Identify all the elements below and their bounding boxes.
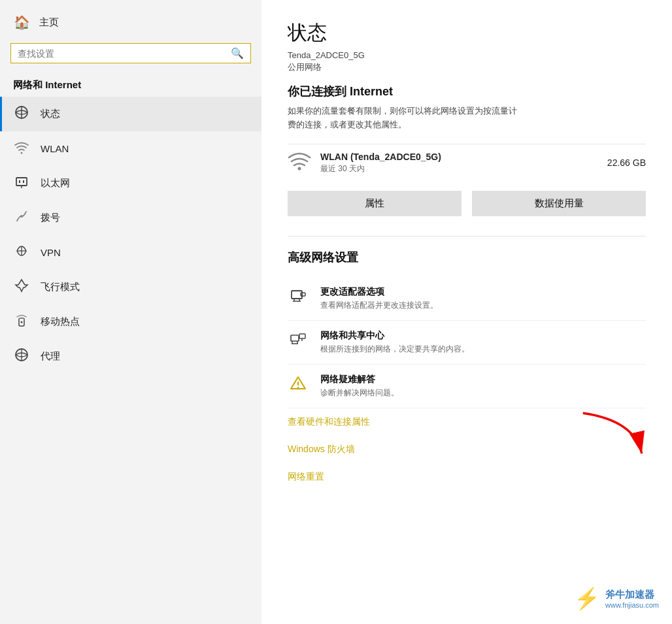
page-title: 状态: [288, 20, 646, 46]
status-icon: [13, 105, 30, 123]
sharing-icon-area: [288, 330, 309, 350]
sidebar-item-ethernet[interactable]: 以太网: [0, 166, 261, 201]
sidebar-item-label-vpn: VPN: [41, 247, 61, 258]
btn-row: 属性 数据使用量: [288, 191, 646, 216]
firewall-link[interactable]: Windows 防火墙: [288, 436, 646, 463]
svg-point-14: [298, 167, 301, 170]
search-box: 🔍: [10, 43, 251, 63]
properties-button[interactable]: 属性: [288, 191, 462, 216]
connected-title: 你已连接到 Internet: [288, 84, 646, 99]
hotspot-icon: [13, 313, 30, 331]
links-section: 查看硬件和连接属性 Windows 防火墙 网络重置: [288, 408, 646, 491]
svg-rect-4: [19, 180, 20, 183]
divider: [288, 236, 646, 237]
main-content: 状态 Tenda_2ADCE0_5G 公用网络 你已连接到 Internet 如…: [261, 0, 672, 624]
network-type: 公用网络: [288, 61, 646, 73]
sharing-title: 网络和共享中心: [320, 330, 469, 342]
sidebar: 🏠 主页 🔍 网络和 Internet 状态 WLAN 以太网 拨号 VPN 飞…: [0, 0, 261, 624]
setting-item-adapter[interactable]: 更改适配器选项 查看网络适配器并更改连接设置。: [288, 277, 646, 321]
svg-rect-21: [291, 335, 299, 341]
setting-item-sharing[interactable]: 网络和共享中心 根据所连接到的网络，决定要共享的内容。: [288, 321, 646, 365]
vpn-icon: [13, 244, 30, 261]
airplane-icon: [13, 278, 30, 296]
settings-list: 更改适配器选项 查看网络适配器并更改连接设置。 网络和共享中心 根据所连接到的网…: [288, 277, 646, 408]
sidebar-item-vpn[interactable]: VPN: [0, 235, 261, 270]
watermark: ⚡ 斧牛加速器 www.fnjiasu.com: [574, 586, 659, 611]
sidebar-item-label-hotspot: 移动热点: [41, 316, 80, 328]
svg-point-2: [21, 152, 23, 154]
network-name: Tenda_2ADCE0_5G: [288, 50, 646, 60]
svg-point-29: [297, 386, 299, 387]
sidebar-item-hotspot[interactable]: 移动热点: [0, 304, 261, 339]
wlan-data: 22.66 GB: [607, 157, 646, 168]
wlan-info: WLAN (Tenda_2ADCE0_5G) 最近 30 天内: [320, 152, 607, 174]
nav-items: 状态 WLAN 以太网 拨号 VPN 飞行模式 移动热点 代理: [0, 97, 261, 374]
svg-rect-3: [16, 178, 27, 186]
sidebar-item-airplane[interactable]: 飞行模式: [0, 270, 261, 304]
connected-desc: 如果你的流量套餐有限制，则你可以将此网络设置为按流量计费的连接，或者更改其他属性…: [288, 105, 646, 132]
sidebar-home-item[interactable]: 🏠 主页: [0, 7, 261, 38]
troubleshoot-title: 网络疑难解答: [320, 374, 399, 386]
data-usage-button[interactable]: 数据使用量: [472, 191, 646, 216]
search-icon: 🔍: [231, 47, 244, 59]
sidebar-item-status[interactable]: 状态: [0, 97, 261, 131]
sidebar-item-label-wlan: WLAN: [41, 143, 69, 154]
advanced-section-title: 高级网络设置: [288, 250, 646, 265]
ethernet-icon: [13, 174, 30, 192]
watermark-logo-icon: ⚡: [574, 586, 600, 611]
sidebar-home-label: 主页: [39, 16, 59, 29]
sidebar-item-label-airplane: 飞行模式: [41, 281, 80, 293]
watermark-name: 斧牛加速器: [605, 589, 659, 601]
troubleshoot-icon-area: [288, 374, 309, 394]
wlan-icon: [13, 140, 30, 157]
wlan-days: 最近 30 天内: [320, 163, 607, 174]
svg-rect-5: [23, 180, 24, 183]
network-reset-link[interactable]: 网络重置: [288, 463, 646, 491]
setting-item-troubleshoot[interactable]: 网络疑难解答 诊断并解决网络问题。: [288, 365, 646, 408]
adapter-icon-area: [288, 286, 309, 306]
sidebar-item-proxy[interactable]: 代理: [0, 339, 261, 374]
svg-rect-25: [299, 334, 305, 338]
sidebar-item-dialup[interactable]: 拨号: [0, 201, 261, 235]
sidebar-item-label-proxy: 代理: [41, 350, 60, 363]
hardware-link[interactable]: 查看硬件和连接属性: [288, 408, 646, 436]
adapter-desc: 查看网络适配器并更改连接设置。: [320, 300, 438, 311]
wlan-icon-area: [288, 151, 311, 175]
search-input[interactable]: [18, 48, 231, 59]
sidebar-section-title: 网络和 Internet: [0, 73, 261, 97]
sharing-desc: 根据所连接到的网络，决定要共享的内容。: [320, 344, 469, 355]
sidebar-item-wlan[interactable]: WLAN: [0, 131, 261, 166]
troubleshoot-desc: 诊断并解决网络问题。: [320, 387, 399, 399]
wlan-name: WLAN (Tenda_2ADCE0_5G): [320, 152, 607, 162]
watermark-url: www.fnjiasu.com: [605, 601, 659, 609]
dialup-icon: [13, 209, 30, 227]
svg-point-11: [21, 321, 23, 323]
svg-rect-19: [301, 293, 305, 296]
sidebar-item-label-status: 状态: [41, 108, 60, 120]
adapter-title: 更改适配器选项: [320, 286, 438, 298]
sidebar-item-label-ethernet: 以太网: [41, 177, 70, 189]
svg-point-7: [20, 215, 23, 218]
home-icon: 🏠: [13, 14, 30, 30]
wlan-signal-icon: [288, 154, 311, 174]
wlan-row: WLAN (Tenda_2ADCE0_5G) 最近 30 天内 22.66 GB: [288, 144, 646, 182]
proxy-icon: [13, 348, 30, 365]
sidebar-item-label-dialup: 拨号: [41, 212, 60, 224]
